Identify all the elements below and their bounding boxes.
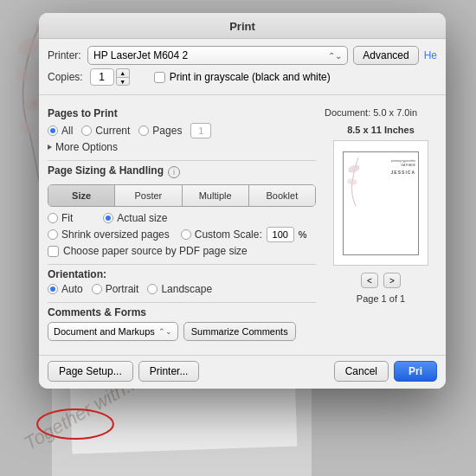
shrink-label: Shrink oversized pages [61, 228, 170, 241]
preview-text-line1: primary typesetter [391, 159, 415, 164]
print-button[interactable]: Pri [394, 361, 437, 382]
actual-size-radio-outer [103, 213, 113, 223]
preview-prev-btn[interactable]: < [361, 273, 378, 288]
pages-number-input[interactable] [190, 123, 211, 138]
portrait-radio-outer [92, 284, 102, 294]
doc-size: 8.5 x 11 Inches [325, 125, 437, 135]
percent-label: % [299, 229, 307, 240]
grayscale-label: Print in grayscale (black and white) [170, 71, 331, 83]
divider-1 [39, 94, 446, 95]
preview-floral-svg [345, 156, 371, 208]
comments-section: Comments & Forms Document and Markups ⌃⌄… [48, 306, 316, 341]
pages-pages-label: Pages [152, 125, 182, 137]
pages-current-radio-outer [81, 125, 92, 136]
more-options-label: More Options [55, 141, 118, 153]
sizing-section: Page Sizing & Handling i Size Poster Mul… [48, 164, 316, 257]
copies-increment-btn[interactable]: ▲ [116, 68, 130, 77]
info-icon[interactable]: i [168, 166, 180, 178]
pages-radio-row: All Current Pages [48, 123, 316, 138]
copies-arrows: ▲ ▼ [116, 68, 130, 86]
custom-scale-radio[interactable]: Custom Scale: [181, 228, 262, 241]
size-tab[interactable]: Size [48, 185, 115, 206]
doc-info: Document: 5.0 x 7.0in [325, 107, 437, 118]
printer-value: HP LaserJet M604 2 [93, 49, 188, 61]
fit-radio-outer [48, 213, 58, 223]
more-options-triangle [48, 145, 52, 150]
title-bar: Print [39, 13, 446, 39]
auto-radio-inner [50, 286, 55, 292]
actual-size-radio[interactable]: Actual size [103, 212, 167, 224]
poster-tab[interactable]: Poster [115, 185, 182, 206]
help-area: He [424, 49, 437, 61]
preview-navigation: < > [325, 273, 437, 288]
dialog-title: Print [229, 20, 255, 33]
copies-stepper: 1 ▲ ▼ [90, 68, 130, 86]
grayscale-checkbox[interactable] [154, 72, 165, 83]
actual-size-label: Actual size [117, 212, 167, 224]
preview-page-info: Page 1 of 1 [325, 293, 437, 304]
comments-select-value: Document and Markups [54, 326, 155, 337]
fit-actual-row: Fit Actual size [48, 212, 316, 224]
actual-size-radio-inner [106, 215, 111, 221]
choose-source-checkbox[interactable] [48, 246, 59, 257]
custom-scale-radio-outer [181, 229, 191, 240]
custom-scale-input[interactable] [267, 227, 294, 242]
portrait-label: Portrait [106, 283, 139, 295]
shrink-radio-outer [48, 229, 58, 240]
comments-select-arrow: ⌃⌄ [158, 327, 172, 336]
comments-select[interactable]: Document and Markups ⌃⌄ [48, 322, 178, 341]
pages-pages-radio[interactable]: Pages [138, 125, 182, 137]
dialog-content: Pages to Print All Current [39, 99, 446, 355]
printer-select-arrow: ⌃⌄ [328, 51, 342, 61]
landscape-label: Landscape [161, 283, 212, 295]
printer-label: Printer: [48, 49, 82, 61]
preview-next-btn[interactable]: > [383, 273, 401, 288]
sizing-title: Page Sizing & Handling [48, 164, 164, 177]
sizing-tab-row: Size Poster Multiple Booklet [48, 184, 316, 207]
pages-current-label: Current [95, 125, 130, 137]
choose-source-row: Choose paper source by PDF page size [48, 245, 316, 257]
preview-page: primary typesetter NATHANE JESSICA [343, 151, 419, 255]
portrait-radio[interactable]: Portrait [92, 283, 139, 295]
sizing-title-row: Page Sizing & Handling i [48, 164, 316, 180]
copies-value[interactable]: 1 [90, 68, 114, 86]
pages-all-label: All [61, 125, 73, 137]
summarize-comments-button[interactable]: Summarize Comments [183, 322, 296, 341]
bottom-left-buttons: Page Setup... Printer... [48, 361, 199, 382]
pages-current-radio[interactable]: Current [81, 125, 130, 137]
printer-button[interactable]: Printer... [138, 361, 200, 382]
help-link[interactable]: He [424, 49, 437, 61]
printer-row: Printer: HP LaserJet M604 2 ⌃⌄ Advanced … [39, 39, 446, 65]
orientation-radio-row: Auto Portrait Landscape [48, 283, 316, 295]
divider-4 [48, 302, 316, 303]
advanced-button[interactable]: Advanced [353, 46, 418, 65]
print-preview: primary typesetter NATHANE JESSICA [333, 140, 428, 266]
landscape-radio[interactable]: Landscape [147, 283, 212, 295]
pages-all-radio-outer [48, 125, 58, 136]
svg-point-6 [31, 101, 37, 107]
svg-point-3 [17, 119, 38, 138]
orientation-title: Orientation: [48, 268, 106, 280]
auto-radio-outer [48, 284, 58, 294]
grayscale-checkbox-row: Print in grayscale (black and white) [154, 71, 331, 83]
auto-radio[interactable]: Auto [48, 283, 83, 295]
page-setup-button[interactable]: Page Setup... [48, 361, 133, 382]
more-options-row[interactable]: More Options [48, 141, 316, 153]
fit-label: Fit [61, 212, 73, 224]
fit-radio[interactable]: Fit [48, 212, 73, 224]
print-dialog: Print Printer: HP LaserJet M604 2 ⌃⌄ Adv… [39, 13, 446, 389]
divider-3 [48, 264, 316, 265]
left-panel: Pages to Print All Current [48, 107, 316, 346]
copies-row: Copies: 1 ▲ ▼ Print in grayscale (black … [39, 65, 446, 89]
custom-scale-label: Custom Scale: [195, 228, 262, 241]
cancel-button[interactable]: Cancel [334, 361, 389, 382]
shrink-row: Shrink oversized pages Custom Scale: % [48, 227, 316, 242]
booklet-tab[interactable]: Booklet [249, 185, 315, 206]
multiple-tab[interactable]: Multiple [183, 185, 249, 206]
printer-select[interactable]: HP LaserJet M604 2 ⌃⌄ [87, 46, 348, 65]
copies-decrement-btn[interactable]: ▼ [116, 77, 130, 86]
bottom-right-buttons: Cancel Pri [334, 361, 437, 382]
shrink-radio[interactable]: Shrink oversized pages [48, 228, 170, 241]
choose-source-label: Choose paper source by PDF page size [63, 245, 248, 257]
pages-all-radio[interactable]: All [48, 125, 73, 137]
